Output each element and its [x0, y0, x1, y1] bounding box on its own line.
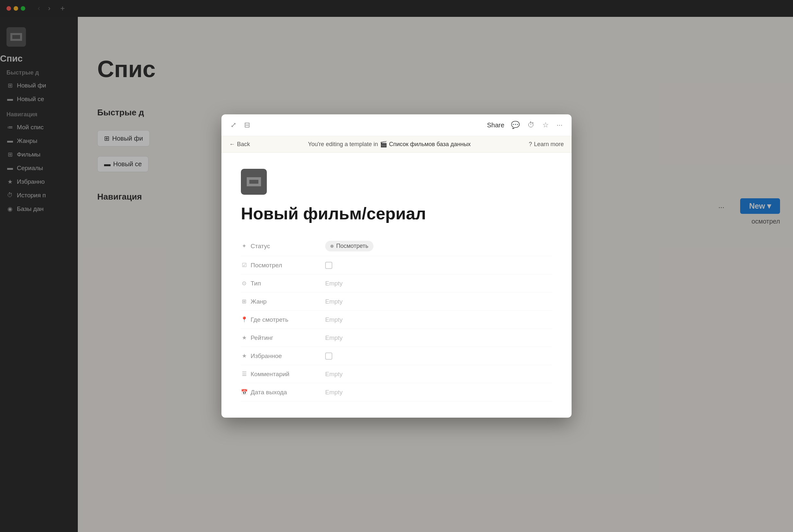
svg-rect-8: [247, 180, 249, 184]
watched-checkbox[interactable]: [325, 262, 332, 269]
svg-rect-6: [247, 177, 261, 180]
modal-topbar-left: ⤢ ⊟: [229, 119, 251, 131]
prop-label-status: ✦ Статус: [241, 243, 325, 250]
question-icon: ?: [529, 141, 532, 148]
expand-icon[interactable]: ⤢: [229, 119, 238, 131]
template-notice: You're editing a template in 🎬 Список фи…: [308, 140, 471, 148]
comment-value[interactable]: Empty: [325, 370, 343, 378]
modal-film-icon: [241, 169, 267, 195]
properties-list: ✦ Статус Посмотреть ☑ Посмотрел: [241, 236, 552, 401]
prop-row-favorites: ★ Избранное: [241, 347, 552, 365]
back-arrow-icon: ←: [229, 141, 235, 148]
comment-icon[interactable]: 💬: [510, 119, 521, 131]
prop-label-release-date: 📅 Дата выхода: [241, 389, 325, 396]
release-date-value[interactable]: Empty: [325, 389, 343, 396]
checkbox-property-icon: ☑: [241, 262, 247, 269]
prop-label-watched: ☑ Посмотрел: [241, 262, 325, 269]
prop-row-where-watch: 📍 Где смотреть Empty: [241, 311, 552, 329]
prop-row-rating: ★ Рейтинг Empty: [241, 329, 552, 347]
prop-label-rating: ★ Рейтинг: [241, 334, 325, 341]
prop-row-status: ✦ Статус Посмотреть: [241, 236, 552, 256]
layout-icon[interactable]: ⊟: [243, 119, 251, 131]
status-dot-icon: [330, 245, 334, 248]
prop-label-comment: ☰ Комментарий: [241, 370, 325, 378]
status-value-badge[interactable]: Посмотреть: [325, 241, 373, 251]
share-button[interactable]: Share: [487, 121, 504, 129]
history-icon[interactable]: ⏱: [526, 119, 536, 131]
modal-overlay: ⤢ ⊟ Share 💬 ⏱ ☆ ··· ← Back You're editin…: [0, 0, 793, 532]
prop-label-type: ⊙ Тип: [241, 280, 325, 287]
prop-label-favorites: ★ Избранное: [241, 353, 325, 360]
prop-label-where-watch: 📍 Где смотреть: [241, 316, 325, 323]
db-film-icon: 🎬: [380, 140, 387, 148]
prop-row-type: ⊙ Тип Empty: [241, 274, 552, 292]
favorites-checkbox[interactable]: [325, 353, 332, 360]
prop-row-genre: ⊞ Жанр Empty: [241, 292, 552, 311]
more-options-icon[interactable]: ···: [555, 119, 564, 131]
svg-rect-7: [247, 184, 261, 186]
genre-value[interactable]: Empty: [325, 298, 343, 305]
learn-more-button[interactable]: ? Learn more: [529, 141, 564, 148]
modal-dialog: ⤢ ⊟ Share 💬 ⏱ ☆ ··· ← Back You're editin…: [221, 114, 572, 418]
date-property-icon: 📅: [241, 389, 247, 396]
type-value[interactable]: Empty: [325, 280, 343, 287]
modal-topbar-right: Share 💬 ⏱ ☆ ···: [487, 119, 564, 131]
modal-topbar: ⤢ ⊟ Share 💬 ⏱ ☆ ···: [221, 114, 572, 136]
status-property-icon: ✦: [241, 243, 247, 249]
genre-property-icon: ⊞: [241, 298, 247, 305]
prop-row-release-date: 📅 Дата выхода Empty: [241, 383, 552, 401]
rating-property-icon: ★: [241, 334, 247, 341]
page-title: Новый фильм/сериал: [241, 204, 552, 223]
favorites-property-icon: ★: [241, 353, 247, 359]
prop-row-comment: ☰ Комментарий Empty: [241, 365, 552, 383]
modal-body: Новый фильм/сериал ✦ Статус Посмотреть: [221, 153, 572, 418]
db-name-label: Список фильмов база данных: [389, 141, 471, 148]
comment-property-icon: ☰: [241, 370, 247, 377]
favorite-icon[interactable]: ☆: [541, 119, 550, 131]
back-button[interactable]: ← Back: [229, 141, 250, 148]
type-property-icon: ⊙: [241, 280, 247, 287]
where-watch-value[interactable]: Empty: [325, 316, 343, 323]
rating-value[interactable]: Empty: [325, 334, 343, 341]
template-bar: ← Back You're editing a template in 🎬 Сп…: [221, 136, 572, 153]
location-property-icon: 📍: [241, 316, 247, 323]
prop-row-watched: ☑ Посмотрел: [241, 256, 552, 274]
prop-label-genre: ⊞ Жанр: [241, 298, 325, 305]
svg-rect-9: [258, 180, 261, 184]
